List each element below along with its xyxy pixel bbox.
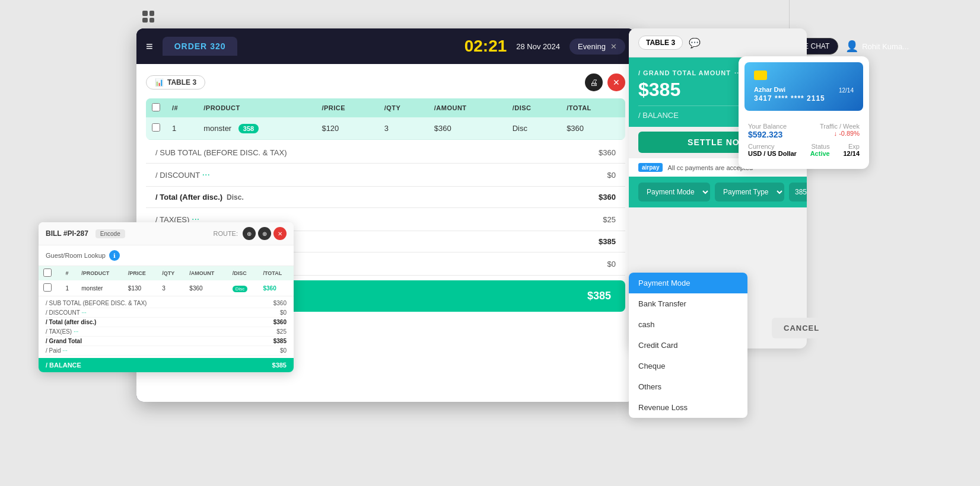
cancel-button[interactable]: CANCEL xyxy=(772,318,831,338)
select-all-checkbox[interactable] xyxy=(152,103,160,111)
bill-item-product: monster xyxy=(77,280,123,296)
sub-total-label: / SUB TOTAL (BEFORE DISC. & TAX) xyxy=(155,148,287,157)
payment-controls: Payment Mode Payment Type xyxy=(629,177,807,207)
dropdown-item-cash[interactable]: cash xyxy=(629,314,747,335)
bill-grand-total-row: / Grand Total $385 xyxy=(46,337,287,346)
user-info: 👤 Rohit Kuma... xyxy=(845,40,909,53)
bill-discount-row: / DISCOUNT ··· $0 xyxy=(46,308,287,318)
top-bar: ≡ ORDER 320 02:21 28 Nov 2024 Evening ✕ xyxy=(136,28,635,64)
bill-select-all[interactable] xyxy=(43,268,52,277)
bill-col-price: /PRICE xyxy=(123,266,157,280)
table-badge: 📊 TABLE 3 xyxy=(146,75,205,89)
card-number: 3417 **** **** 2115 xyxy=(754,94,854,103)
payment-mode-select[interactable]: Payment Mode xyxy=(638,183,710,202)
bill-sub-total-row: / SUB TOTAL (BEFORE DISC. & TAX) $360 xyxy=(46,299,287,308)
session-badge[interactable]: Evening ✕ xyxy=(569,39,625,55)
bill-row-checkbox[interactable] xyxy=(43,283,52,292)
payment-panel-header: TABLE 3 💬 xyxy=(629,28,807,57)
lookup-icon[interactable]: ℹ xyxy=(109,250,120,261)
bill-item-disc: Disc xyxy=(228,280,259,296)
bill-close-button[interactable]: ✕ xyxy=(273,227,287,240)
order-tab[interactable]: ORDER 320 xyxy=(163,37,238,56)
bill-item-price: $130 xyxy=(123,280,157,296)
balance-bar-value: $385 xyxy=(587,290,611,302)
bill-grand-total-value: $385 xyxy=(273,338,287,344)
session-close-icon[interactable]: ✕ xyxy=(610,42,617,51)
bill-disc-badge: Disc xyxy=(233,286,248,292)
table-row[interactable]: 1 monster 358 $120 3 $360 Disc $360 xyxy=(146,117,625,140)
card-details: Your Balance $592.323 Traffic / Week ↓ -… xyxy=(739,117,869,169)
bill-lookup: Guest/Room Lookup ℹ xyxy=(39,245,294,266)
bill-item-qty: 3 xyxy=(157,280,184,296)
col-qty: /QTY xyxy=(378,98,428,117)
lookup-label: Guest/Room Lookup xyxy=(46,252,106,259)
row-checkbox[interactable] xyxy=(152,123,160,132)
bill-icon-btn-2[interactable]: ⊕ xyxy=(258,227,271,240)
bill-icon-buttons: ⊕ ⊕ ✕ xyxy=(243,227,287,240)
bill-item-total: $360 xyxy=(259,280,294,296)
dropdown-item-cheque[interactable]: Cheque xyxy=(629,356,747,376)
dropdown-item-credit-card[interactable]: Credit Card xyxy=(629,335,747,356)
time-display: 02:21 xyxy=(464,37,507,56)
bill-sub-total-value: $360 xyxy=(273,300,287,306)
bill-edit-button[interactable]: Encode xyxy=(96,229,125,238)
item-num: 1 xyxy=(166,117,198,140)
bill-header: BILL #PI-287 Encode ROUTE: ⊕ ⊕ ✕ xyxy=(39,222,294,245)
grid-icon-area[interactable] xyxy=(142,11,154,23)
item-badge: 358 xyxy=(238,124,259,133)
bill-balance-bar: / BALANCE $385 xyxy=(39,358,294,372)
bill-discount-value: $0 xyxy=(280,309,287,316)
dropdown-item-payment-mode[interactable]: Payment Mode xyxy=(629,273,747,293)
dropdown-item-bank-transfer[interactable]: Bank Transfer xyxy=(629,293,747,314)
bill-col-total: /TOTAL xyxy=(259,266,294,280)
sub-total-row: / SUB TOTAL (BEFORE DISC. & TAX) $360 xyxy=(146,142,625,164)
item-product: monster 358 xyxy=(198,117,316,140)
col-product: /PRODUCT xyxy=(198,98,316,117)
table-actions: 🖨 ✕ xyxy=(585,73,625,91)
bill-balance-label: / BALANCE xyxy=(46,362,81,369)
discount-value: $0 xyxy=(607,171,616,180)
payment-type-select[interactable]: Payment Type xyxy=(715,183,784,202)
bill-total-value: $360 xyxy=(273,319,287,325)
bill-tax-value: $25 xyxy=(276,328,287,335)
item-total: $360 xyxy=(561,117,625,140)
chat-icon[interactable]: 💬 xyxy=(689,37,701,49)
bill-icon-btn-1[interactable]: ⊕ xyxy=(243,227,256,240)
bill-table-row[interactable]: 1 monster $130 3 $360 Disc $360 xyxy=(39,280,294,296)
bill-total-row: / Total (after disc.) $360 xyxy=(46,318,287,327)
print-button[interactable]: 🖨 xyxy=(585,73,603,91)
item-price: $120 xyxy=(316,117,378,140)
bill-col-disc: /DISC xyxy=(228,266,259,280)
dropdown-item-others[interactable]: Others xyxy=(629,376,747,397)
order-number: 320 xyxy=(210,41,225,51)
discount-dots[interactable]: ··· xyxy=(202,170,210,180)
total-label: / Total (After disc.) Disc. xyxy=(155,193,244,202)
bill-col-qty: /QTY xyxy=(157,266,184,280)
bill-paid-value: $0 xyxy=(280,347,287,354)
grid-icon[interactable] xyxy=(142,11,154,23)
col-amount: /AMOUNT xyxy=(428,98,507,117)
hamburger-button[interactable]: ≡ xyxy=(146,40,153,53)
bill-balance-value: $385 xyxy=(272,362,287,369)
bill-total-label: / Total (after disc.) xyxy=(46,319,96,325)
card-widget: Azhar Dwi 12/14 3417 **** **** 2115 Your… xyxy=(739,56,869,169)
dropdown-item-revenue-loss[interactable]: Revenue Loss xyxy=(629,397,747,418)
discount-row: / DISCOUNT ··· $0 xyxy=(146,164,625,187)
currency-label: Currency xyxy=(748,143,797,150)
item-qty: 3 xyxy=(378,117,428,140)
bill-tax-row: / TAX(ES) ··· $25 xyxy=(46,327,287,337)
date-display: 28 Nov 2024 xyxy=(516,42,560,51)
total-row: / Total (After disc.) Disc. $360 xyxy=(146,187,625,208)
exp-value: 12/14 xyxy=(843,150,860,157)
status-label: Status xyxy=(810,143,830,150)
top-divider xyxy=(789,0,790,28)
balance-amount-card: $592.323 xyxy=(748,130,787,139)
close-order-button[interactable]: ✕ xyxy=(607,73,625,91)
currency-row: Currency USD / US Dollar Status Active E… xyxy=(748,143,860,157)
payment-amount-input[interactable] xyxy=(789,183,807,202)
bill-window: BILL #PI-287 Encode ROUTE: ⊕ ⊕ ✕ Guest/R… xyxy=(39,222,294,372)
card-holder-name: Azhar Dwi xyxy=(754,86,785,93)
paid-value: $0 xyxy=(607,260,616,268)
bill-col-amount: /AMOUNT xyxy=(184,266,227,280)
bill-summary: / SUB TOTAL (BEFORE DISC. & TAX) $360 / … xyxy=(39,296,294,358)
